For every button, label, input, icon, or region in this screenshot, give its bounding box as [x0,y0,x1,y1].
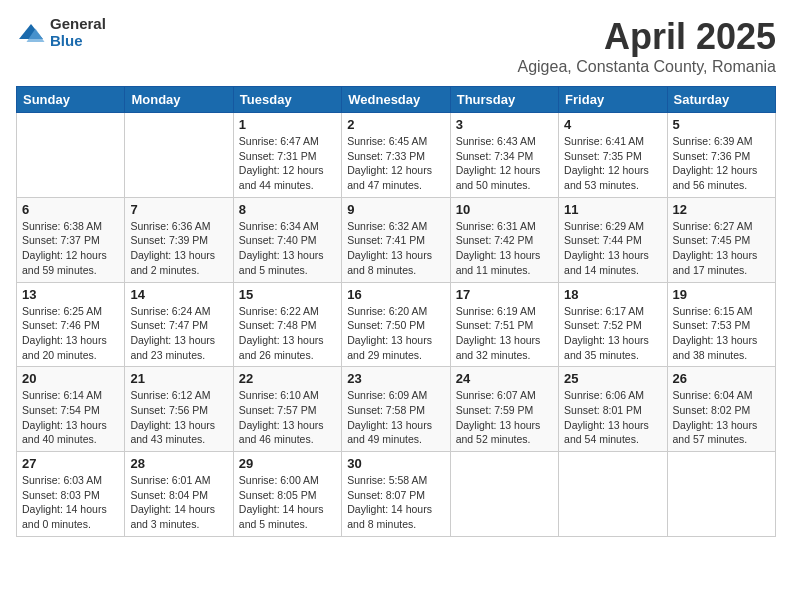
weekday-header: Thursday [450,87,558,113]
calendar-cell: 30Sunrise: 5:58 AM Sunset: 8:07 PM Dayli… [342,452,450,537]
day-info: Sunrise: 6:32 AM Sunset: 7:41 PM Dayligh… [347,219,444,278]
day-number: 30 [347,456,444,471]
day-number: 2 [347,117,444,132]
calendar-cell: 3Sunrise: 6:43 AM Sunset: 7:34 PM Daylig… [450,113,558,198]
day-number: 13 [22,287,119,302]
calendar-week-row: 1Sunrise: 6:47 AM Sunset: 7:31 PM Daylig… [17,113,776,198]
calendar-cell: 8Sunrise: 6:34 AM Sunset: 7:40 PM Daylig… [233,197,341,282]
calendar-cell: 22Sunrise: 6:10 AM Sunset: 7:57 PM Dayli… [233,367,341,452]
day-number: 5 [673,117,770,132]
day-info: Sunrise: 6:07 AM Sunset: 7:59 PM Dayligh… [456,388,553,447]
calendar-cell: 7Sunrise: 6:36 AM Sunset: 7:39 PM Daylig… [125,197,233,282]
calendar-cell: 9Sunrise: 6:32 AM Sunset: 7:41 PM Daylig… [342,197,450,282]
day-info: Sunrise: 6:34 AM Sunset: 7:40 PM Dayligh… [239,219,336,278]
day-info: Sunrise: 6:36 AM Sunset: 7:39 PM Dayligh… [130,219,227,278]
calendar-table: SundayMondayTuesdayWednesdayThursdayFrid… [16,86,776,537]
logo: General Blue [16,16,106,49]
weekday-header: Sunday [17,87,125,113]
day-number: 23 [347,371,444,386]
calendar-cell: 13Sunrise: 6:25 AM Sunset: 7:46 PM Dayli… [17,282,125,367]
day-info: Sunrise: 6:43 AM Sunset: 7:34 PM Dayligh… [456,134,553,193]
day-info: Sunrise: 6:22 AM Sunset: 7:48 PM Dayligh… [239,304,336,363]
day-info: Sunrise: 6:19 AM Sunset: 7:51 PM Dayligh… [456,304,553,363]
day-info: Sunrise: 6:06 AM Sunset: 8:01 PM Dayligh… [564,388,661,447]
day-info: Sunrise: 6:45 AM Sunset: 7:33 PM Dayligh… [347,134,444,193]
calendar-cell: 16Sunrise: 6:20 AM Sunset: 7:50 PM Dayli… [342,282,450,367]
day-number: 27 [22,456,119,471]
calendar-cell: 18Sunrise: 6:17 AM Sunset: 7:52 PM Dayli… [559,282,667,367]
day-number: 4 [564,117,661,132]
calendar-cell: 25Sunrise: 6:06 AM Sunset: 8:01 PM Dayli… [559,367,667,452]
weekday-header: Friday [559,87,667,113]
weekday-header: Monday [125,87,233,113]
day-info: Sunrise: 6:39 AM Sunset: 7:36 PM Dayligh… [673,134,770,193]
logo-icon [16,18,46,48]
day-number: 18 [564,287,661,302]
day-number: 21 [130,371,227,386]
day-number: 6 [22,202,119,217]
day-number: 19 [673,287,770,302]
day-number: 3 [456,117,553,132]
title-section: April 2025 Agigea, Constanta County, Rom… [517,16,776,76]
day-number: 9 [347,202,444,217]
calendar-cell: 26Sunrise: 6:04 AM Sunset: 8:02 PM Dayli… [667,367,775,452]
day-info: Sunrise: 6:27 AM Sunset: 7:45 PM Dayligh… [673,219,770,278]
day-info: Sunrise: 6:03 AM Sunset: 8:03 PM Dayligh… [22,473,119,532]
day-info: Sunrise: 6:01 AM Sunset: 8:04 PM Dayligh… [130,473,227,532]
calendar-cell: 4Sunrise: 6:41 AM Sunset: 7:35 PM Daylig… [559,113,667,198]
calendar-cell [559,452,667,537]
day-number: 26 [673,371,770,386]
day-number: 14 [130,287,227,302]
calendar-cell: 27Sunrise: 6:03 AM Sunset: 8:03 PM Dayli… [17,452,125,537]
day-number: 22 [239,371,336,386]
day-info: Sunrise: 6:12 AM Sunset: 7:56 PM Dayligh… [130,388,227,447]
logo-blue-text: Blue [50,33,106,50]
day-info: Sunrise: 6:29 AM Sunset: 7:44 PM Dayligh… [564,219,661,278]
calendar-cell: 20Sunrise: 6:14 AM Sunset: 7:54 PM Dayli… [17,367,125,452]
day-number: 11 [564,202,661,217]
day-info: Sunrise: 6:24 AM Sunset: 7:47 PM Dayligh… [130,304,227,363]
day-number: 12 [673,202,770,217]
calendar-cell: 24Sunrise: 6:07 AM Sunset: 7:59 PM Dayli… [450,367,558,452]
calendar-header-row: SundayMondayTuesdayWednesdayThursdayFrid… [17,87,776,113]
day-number: 20 [22,371,119,386]
calendar-cell: 21Sunrise: 6:12 AM Sunset: 7:56 PM Dayli… [125,367,233,452]
calendar-cell: 5Sunrise: 6:39 AM Sunset: 7:36 PM Daylig… [667,113,775,198]
day-info: Sunrise: 6:31 AM Sunset: 7:42 PM Dayligh… [456,219,553,278]
calendar-cell: 6Sunrise: 6:38 AM Sunset: 7:37 PM Daylig… [17,197,125,282]
day-number: 15 [239,287,336,302]
day-number: 25 [564,371,661,386]
day-number: 7 [130,202,227,217]
calendar-cell: 19Sunrise: 6:15 AM Sunset: 7:53 PM Dayli… [667,282,775,367]
day-number: 8 [239,202,336,217]
calendar-week-row: 20Sunrise: 6:14 AM Sunset: 7:54 PM Dayli… [17,367,776,452]
day-info: Sunrise: 6:47 AM Sunset: 7:31 PM Dayligh… [239,134,336,193]
day-info: Sunrise: 6:14 AM Sunset: 7:54 PM Dayligh… [22,388,119,447]
calendar-cell: 14Sunrise: 6:24 AM Sunset: 7:47 PM Dayli… [125,282,233,367]
day-number: 28 [130,456,227,471]
day-number: 16 [347,287,444,302]
day-number: 1 [239,117,336,132]
weekday-header: Wednesday [342,87,450,113]
day-info: Sunrise: 6:41 AM Sunset: 7:35 PM Dayligh… [564,134,661,193]
calendar-cell: 29Sunrise: 6:00 AM Sunset: 8:05 PM Dayli… [233,452,341,537]
calendar-cell [17,113,125,198]
day-info: Sunrise: 6:04 AM Sunset: 8:02 PM Dayligh… [673,388,770,447]
calendar-week-row: 27Sunrise: 6:03 AM Sunset: 8:03 PM Dayli… [17,452,776,537]
logo-text: General Blue [50,16,106,49]
day-info: Sunrise: 6:25 AM Sunset: 7:46 PM Dayligh… [22,304,119,363]
calendar-cell: 11Sunrise: 6:29 AM Sunset: 7:44 PM Dayli… [559,197,667,282]
calendar-week-row: 6Sunrise: 6:38 AM Sunset: 7:37 PM Daylig… [17,197,776,282]
day-info: Sunrise: 6:00 AM Sunset: 8:05 PM Dayligh… [239,473,336,532]
calendar-cell: 2Sunrise: 6:45 AM Sunset: 7:33 PM Daylig… [342,113,450,198]
day-number: 17 [456,287,553,302]
day-info: Sunrise: 6:15 AM Sunset: 7:53 PM Dayligh… [673,304,770,363]
location-subtitle: Agigea, Constanta County, Romania [517,58,776,76]
day-info: Sunrise: 6:20 AM Sunset: 7:50 PM Dayligh… [347,304,444,363]
day-info: Sunrise: 6:17 AM Sunset: 7:52 PM Dayligh… [564,304,661,363]
day-info: Sunrise: 6:38 AM Sunset: 7:37 PM Dayligh… [22,219,119,278]
weekday-header: Tuesday [233,87,341,113]
calendar-cell: 1Sunrise: 6:47 AM Sunset: 7:31 PM Daylig… [233,113,341,198]
calendar-cell: 12Sunrise: 6:27 AM Sunset: 7:45 PM Dayli… [667,197,775,282]
day-info: Sunrise: 6:10 AM Sunset: 7:57 PM Dayligh… [239,388,336,447]
